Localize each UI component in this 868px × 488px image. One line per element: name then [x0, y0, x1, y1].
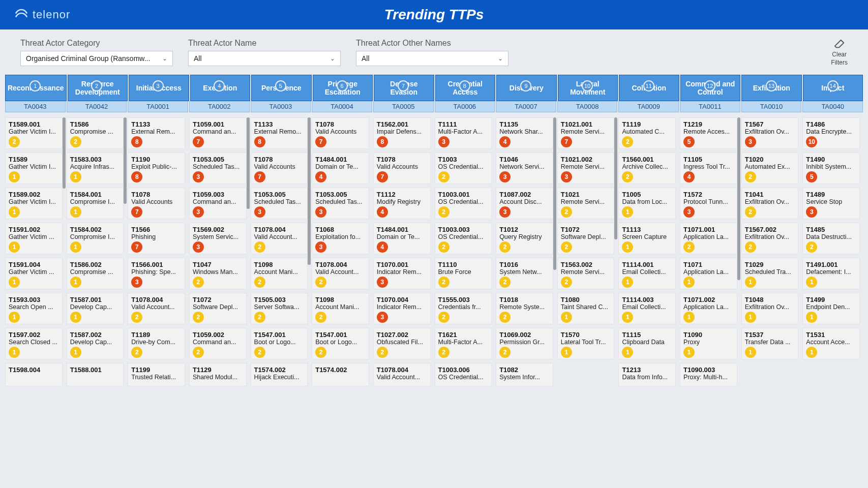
technique-card[interactable]: T1566.001Phishing: Spe...3 [128, 258, 185, 289]
scrollbar-thumb[interactable] [737, 117, 740, 280]
technique-card[interactable]: T1070.001Indicator Rem...3 [373, 258, 431, 289]
technique-card[interactable]: T1588.001 [67, 363, 124, 386]
technique-card[interactable]: T1555.003Credentials fr...2 [435, 293, 492, 324]
technique-card[interactable]: T1486Data Encrypte...10 [802, 117, 860, 149]
filter-other-select[interactable]: All ⌄ [356, 51, 508, 66]
technique-card[interactable]: T1129Shared Modul... [189, 363, 247, 386]
technique-card[interactable]: T1489Service Stop3 [802, 188, 860, 219]
technique-card[interactable]: T1018Remote Syste...2 [496, 293, 553, 324]
technique-card[interactable]: T1003.001OS Credential...2 [435, 188, 492, 219]
technique-card[interactable]: T1053.005Scheduled Tas...3 [189, 152, 247, 184]
technique-card[interactable]: T1070.004Indicator Rem...3 [373, 293, 431, 324]
scrollbar-thumb[interactable] [124, 117, 127, 204]
technique-card[interactable]: T1003OS Credential...2 [435, 152, 492, 184]
technique-card[interactable]: T1021Remote Servi...2 [557, 188, 615, 219]
technique-card[interactable]: T1078.004Valid Account... [373, 363, 431, 386]
technique-card[interactable]: T1484.001Domain or Te...4 [373, 223, 431, 254]
technique-card[interactable]: T1566Phishing7 [128, 223, 185, 254]
technique-card[interactable]: T1027.002Obfuscated Fil...2 [373, 328, 431, 359]
technique-card[interactable]: T1621Multi-Factor A...2 [435, 328, 492, 359]
technique-card[interactable]: T1016System Netw...2 [496, 258, 553, 289]
technique-card[interactable]: T1113Screen Capture1 [618, 223, 676, 254]
technique-card[interactable]: T1090.003Proxy: Multi-h... [680, 363, 737, 386]
technique-card[interactable]: T1053.005Scheduled Tas...3 [312, 188, 369, 219]
technique-card[interactable]: T1562.001Impair Defens...8 [373, 117, 431, 149]
filter-name-select[interactable]: All ⌄ [188, 51, 341, 66]
technique-card[interactable]: T1531Account Acce...1 [802, 328, 860, 359]
technique-card[interactable]: T1490Inhibit System...5 [802, 152, 860, 184]
technique-card[interactable]: T1112Modify Registry4 [373, 188, 431, 219]
scrollbar-thumb[interactable] [614, 117, 617, 239]
technique-card[interactable]: T1593.003Search Open ...1 [5, 293, 63, 324]
technique-card[interactable]: T1213Data from Info... [618, 363, 676, 386]
technique-card[interactable]: T1589Gather Victim I...1 [5, 152, 63, 184]
technique-card[interactable]: T1119Automated C...2 [618, 117, 676, 149]
scrollbar-thumb[interactable] [308, 117, 311, 265]
technique-card[interactable]: T1071Application La...1 [680, 258, 737, 289]
technique-card[interactable]: T1046Network Servi...3 [496, 152, 553, 184]
technique-card[interactable]: T1082System Infor... [496, 363, 553, 386]
technique-card[interactable]: T1537Transfer Data ...1 [741, 328, 799, 359]
technique-card[interactable]: T1059.001Command an...7 [189, 117, 247, 149]
technique-card[interactable]: T1563.002Remote Servi...2 [557, 258, 615, 289]
technique-card[interactable]: T1110Brute Force2 [435, 258, 492, 289]
technique-card[interactable]: T1078.004Valid Account...2 [312, 258, 369, 289]
technique-card[interactable]: T1078Valid Accounts7 [128, 188, 185, 219]
technique-card[interactable]: T1078Valid Accounts7 [312, 117, 369, 149]
technique-card[interactable]: T1567.002Exfiltration Ov...2 [741, 223, 799, 254]
technique-card[interactable]: T1078.004Valid Account...2 [251, 223, 308, 254]
technique-card[interactable]: T1572Protocol Tunn...3 [680, 188, 737, 219]
technique-card[interactable]: T1003.003OS Credential...2 [435, 223, 492, 254]
technique-card[interactable]: T1072Software Depl...2 [557, 223, 615, 254]
technique-card[interactable]: T1591.002Gather Victim ...1 [5, 223, 63, 254]
technique-card[interactable]: T1505.003Server Softwa...2 [251, 293, 308, 324]
technique-card[interactable]: T1485Data Destructi...2 [802, 223, 860, 254]
technique-card[interactable]: T1574.002 [312, 363, 369, 386]
technique-card[interactable]: T1567Exfiltration Ov...3 [741, 117, 799, 149]
technique-card[interactable]: T1587.002Develop Cap...1 [67, 328, 124, 359]
technique-card[interactable]: T1569.002System Servic...3 [189, 223, 247, 254]
technique-card[interactable]: T1589.001Gather Victim I...2 [5, 117, 63, 149]
technique-card[interactable]: T1080Taint Shared C...1 [557, 293, 615, 324]
technique-card[interactable]: T1053.005Scheduled Tas...3 [251, 188, 308, 219]
technique-card[interactable]: T1219Remote Acces...5 [680, 117, 737, 149]
technique-card[interactable]: T1491.001Defacement: I...1 [802, 258, 860, 289]
technique-card[interactable]: T1499Endpoint Den...1 [802, 293, 860, 324]
technique-card[interactable]: T1586Compromise ...2 [67, 117, 124, 149]
technique-card[interactable]: T1069.002Permission Gr...2 [496, 328, 553, 359]
clear-filters-button[interactable]: Clear Filters [831, 39, 848, 67]
technique-card[interactable]: T1115Clipboard Data1 [618, 328, 676, 359]
technique-card[interactable]: T1041Exfiltration Ov...2 [741, 188, 799, 219]
technique-card[interactable]: T1048Exfiltration Ov...1 [741, 293, 799, 324]
technique-card[interactable]: T1598.004 [5, 363, 63, 386]
technique-card[interactable]: T1133External Remo...8 [251, 117, 308, 149]
technique-card[interactable]: T1059.002Command an...2 [189, 328, 247, 359]
technique-card[interactable]: T1591.004Gather Victim ...1 [5, 258, 63, 289]
technique-card[interactable]: T1586.002Compromise ...1 [67, 258, 124, 289]
technique-card[interactable]: T1012Query Registry2 [496, 223, 553, 254]
technique-card[interactable]: T1570Lateral Tool Tr...1 [557, 328, 615, 359]
technique-card[interactable]: T1547.001Boot or Logo...2 [251, 328, 308, 359]
technique-card[interactable]: T1021.001Remote Servi...7 [557, 117, 615, 149]
filter-category-select[interactable]: Organised Criminal Group (Ransomw... ⌄ [20, 51, 173, 66]
technique-card[interactable]: T1189Drive-by Com...2 [128, 328, 185, 359]
technique-card[interactable]: T1059.003Command an...3 [189, 188, 247, 219]
technique-card[interactable]: T1199Trusted Relati... [128, 363, 185, 386]
technique-card[interactable]: T1560.001Archive Collec...2 [618, 152, 676, 184]
technique-card[interactable]: T1574.002Hijack Executi... [251, 363, 308, 386]
scrollbar-thumb[interactable] [63, 117, 66, 189]
technique-card[interactable]: T1114.001Email Collecti...1 [618, 258, 676, 289]
scrollbar-thumb[interactable] [553, 117, 556, 270]
technique-card[interactable]: T1584.002Compromise I...1 [67, 223, 124, 254]
technique-card[interactable]: T1087.002Account Disc...3 [496, 188, 553, 219]
technique-card[interactable]: T1584.001Compromise I...1 [67, 188, 124, 219]
technique-card[interactable]: T1068Exploitation fo...3 [312, 223, 369, 254]
technique-card[interactable]: T1072Software Depl...2 [189, 293, 247, 324]
technique-card[interactable]: T1078Valid Accounts7 [251, 152, 308, 184]
technique-card[interactable]: T1597.002Search Closed ...1 [5, 328, 63, 359]
technique-card[interactable]: T1583.003Acquire Infras...1 [67, 152, 124, 184]
technique-card[interactable]: T1071.001Application La...2 [680, 223, 737, 254]
technique-card[interactable]: T1589.002Gather Victim I...1 [5, 188, 63, 219]
technique-card[interactable]: T1105Ingress Tool Tr...4 [680, 152, 737, 184]
technique-card[interactable]: T1484.001Domain or Te...4 [312, 152, 369, 184]
